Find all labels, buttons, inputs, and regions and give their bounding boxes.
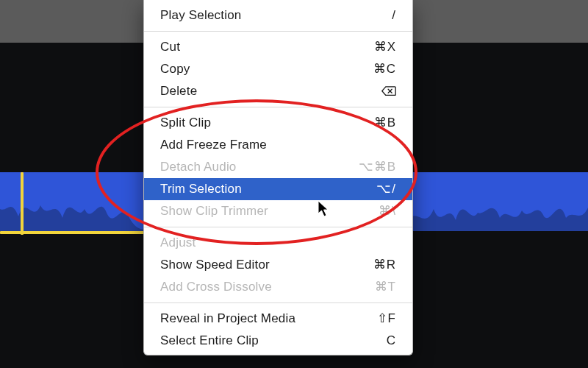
menu-item-shortcut	[381, 86, 396, 96]
menu-item-add-cross-dissolve: Add Cross Dissolve ⌘T	[144, 276, 412, 298]
menu-item-shortcut: ⌘R	[373, 257, 396, 273]
menu-item-shortcut: C	[387, 333, 396, 349]
menu-item-play-selection[interactable]: Play Selection /	[144, 0, 412, 26]
menu-item-label: Detach Audio	[160, 159, 237, 175]
menu-item-cut[interactable]: Cut ⌘X	[144, 36, 412, 58]
menu-item-shortcut: /	[392, 7, 396, 24]
menu-item-label: Show Clip Trimmer	[160, 203, 268, 219]
menu-item-select-entire-clip[interactable]: Select Entire Clip C	[144, 330, 412, 352]
menu-item-label: Adjust	[160, 235, 196, 251]
menu-item-label: Play Selection	[160, 7, 242, 24]
menu-item-shortcut: ⌥/	[376, 181, 396, 197]
menu-separator	[144, 31, 412, 32]
menu-item-label: Copy	[160, 61, 190, 77]
timeline-playhead[interactable]	[21, 172, 24, 235]
menu-item-label: Split Clip	[160, 115, 211, 131]
menu-item-label: Cut	[160, 39, 180, 55]
menu-item-shortcut: ⌥⌘B	[359, 159, 396, 175]
menu-item-label: Add Freeze Frame	[160, 137, 267, 153]
editor-viewport: Play Selection / Cut ⌘X Copy ⌘C Delete S…	[0, 0, 588, 368]
menu-item-shortcut: ⌘T	[375, 279, 396, 295]
menu-item-shortcut: ⌘C	[373, 61, 396, 77]
timeline-selection-bar[interactable]	[0, 231, 147, 234]
menu-item-copy[interactable]: Copy ⌘C	[144, 58, 412, 80]
menu-item-label: Select Entire Clip	[160, 333, 259, 349]
menu-separator	[144, 107, 412, 107]
menu-item-show-clip-trimmer: Show Clip Trimmer ⌘\	[144, 200, 412, 222]
backspace-icon	[381, 86, 396, 96]
menu-item-reveal-in-project-media[interactable]: Reveal in Project Media ⇧F	[144, 308, 412, 330]
menu-item-shortcut: ⌘X	[374, 39, 396, 55]
menu-item-adjust: Adjust	[144, 232, 412, 254]
menu-item-split-clip[interactable]: Split Clip ⌘B	[144, 112, 412, 134]
menu-item-add-freeze-frame[interactable]: Add Freeze Frame	[144, 134, 412, 156]
menu-item-label: Show Speed Editor	[160, 257, 270, 273]
menu-item-show-speed-editor[interactable]: Show Speed Editor ⌘R	[144, 254, 412, 276]
menu-item-shortcut: ⇧F	[377, 311, 396, 327]
menu-item-label: Reveal in Project Media	[160, 311, 295, 327]
context-menu: Play Selection / Cut ⌘X Copy ⌘C Delete S…	[143, 0, 413, 355]
menu-item-shortcut: ⌘\	[379, 203, 396, 219]
menu-item-delete[interactable]: Delete	[144, 80, 412, 102]
menu-item-trim-selection[interactable]: Trim Selection ⌥/	[144, 178, 412, 200]
menu-item-label: Delete	[160, 83, 197, 99]
menu-item-detach-audio: Detach Audio ⌥⌘B	[144, 156, 412, 178]
menu-item-label: Add Cross Dissolve	[160, 279, 272, 295]
menu-item-label: Trim Selection	[160, 181, 242, 197]
menu-item-shortcut: ⌘B	[374, 115, 396, 131]
menu-separator	[144, 302, 412, 303]
menu-separator	[144, 227, 412, 227]
